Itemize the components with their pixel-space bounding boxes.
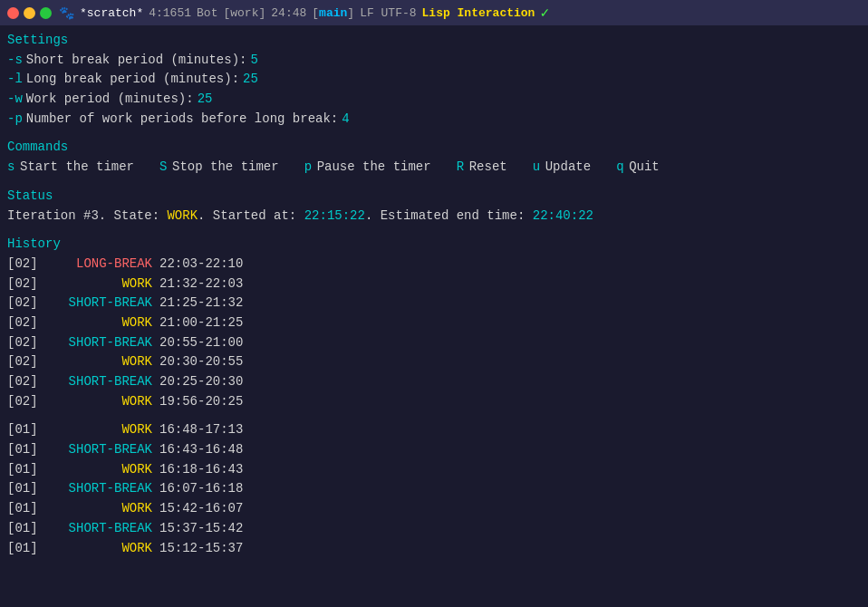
- table-row: [02]WORK21:32-22:03: [7, 275, 861, 294]
- table-row: [01]WORK16:48-17:13: [7, 420, 861, 440]
- minimize-button[interactable]: [24, 7, 35, 19]
- hist-index: [02]: [7, 372, 43, 392]
- title-mode: Bot: [197, 6, 217, 20]
- table-row: [02]WORK19:56-20:25: [7, 392, 861, 412]
- hist-time: 21:32-22:03: [159, 275, 243, 294]
- main-content: Settings -s Short break period (minutes)…: [0, 25, 868, 564]
- cmd-label-quit: Quit: [629, 158, 660, 178]
- hist-time: 20:30-20:55: [159, 352, 243, 372]
- title-branch-bracket: [main]: [312, 6, 354, 20]
- hist-index: [02]: [7, 392, 43, 412]
- table-row: [01]SHORT-BREAK16:43-16:48: [7, 440, 861, 460]
- hist-time: 21:00-21:25: [159, 313, 243, 333]
- table-row: [02]LONG-BREAK22:03-22:10: [7, 255, 861, 275]
- hist-type: WORK: [43, 499, 152, 519]
- hist-type: WORK: [43, 313, 152, 333]
- status-state: WORK: [167, 208, 198, 223]
- hist-time: 15:37-15:42: [159, 519, 243, 539]
- hist-type: WORK: [43, 460, 152, 480]
- hist-type: SHORT-BREAK: [43, 519, 152, 539]
- hist-time: 20:25-20:30: [159, 372, 243, 392]
- lisp-icon: 🐾: [59, 5, 74, 21]
- status-end-label: . Estimated end time:: [365, 208, 533, 223]
- hist-type: WORK: [43, 352, 152, 372]
- cmd-key-s[interactable]: s: [7, 158, 20, 178]
- table-row: [02]WORK20:30-20:55: [7, 352, 861, 372]
- history-group-01: [01]WORK16:48-17:13[01]SHORT-BREAK16:43-…: [7, 420, 861, 558]
- cmd-label-start: Start the timer: [20, 158, 134, 178]
- short-break-desc: Short break period (minutes):: [26, 51, 247, 71]
- status-end-time: 22:40:22: [533, 208, 593, 223]
- cmd-key-p[interactable]: p: [304, 158, 317, 178]
- table-row: [01]WORK15:12-15:37: [7, 539, 861, 559]
- hist-type: SHORT-BREAK: [43, 294, 152, 313]
- status-started: 22:15:22: [304, 208, 365, 223]
- table-row: [02]SHORT-BREAK20:25-20:30: [7, 372, 861, 392]
- hist-index: [02]: [7, 352, 43, 372]
- table-row: [02]WORK21:00-21:25: [7, 313, 861, 333]
- hist-type: SHORT-BREAK: [43, 333, 152, 353]
- cmd-key-u[interactable]: u: [533, 158, 545, 178]
- hist-type: SHORT-BREAK: [43, 372, 152, 392]
- hist-type: SHORT-BREAK: [43, 479, 152, 499]
- hist-index: [02]: [7, 275, 43, 294]
- close-button[interactable]: [7, 7, 19, 19]
- hist-time: 16:43-16:48: [159, 440, 243, 460]
- hist-type: WORK: [43, 275, 152, 294]
- title-time: 24:48: [271, 6, 306, 20]
- status-line: Iteration #3. State: WORK. Started at: 2…: [7, 207, 861, 226]
- title-major-mode: Lisp Interaction: [422, 6, 535, 20]
- work-period-value: 25: [198, 90, 213, 110]
- title-branch: main: [319, 6, 347, 20]
- check-icon: ✓: [540, 4, 549, 22]
- title-modified: *scratch*: [80, 6, 143, 20]
- status-prefix: Iteration #3. State:: [7, 208, 167, 223]
- status-label: Status: [7, 187, 861, 207]
- flag-s: -s: [7, 51, 23, 71]
- hist-type: WORK: [43, 420, 152, 440]
- hist-time: 21:25-21:32: [159, 294, 243, 313]
- hist-time: 15:12-15:37: [159, 539, 243, 559]
- setting-long-break: -l Long break period (minutes): 25: [7, 70, 861, 90]
- flag-w: -w: [7, 90, 23, 110]
- table-row: [01]SHORT-BREAK15:37-15:42: [7, 519, 861, 539]
- hist-index: [01]: [7, 539, 43, 559]
- hist-type: WORK: [43, 392, 152, 412]
- hist-index: [01]: [7, 519, 43, 539]
- hist-index: [01]: [7, 460, 43, 480]
- hist-index: [01]: [7, 479, 43, 499]
- cmd-key-q[interactable]: q: [616, 158, 629, 178]
- cmd-label-reset: Reset: [469, 158, 507, 178]
- hist-time: 19:56-20:25: [159, 392, 243, 412]
- table-row: [01]WORK16:18-16:43: [7, 460, 861, 480]
- long-break-value: 25: [243, 70, 258, 90]
- flag-p: -p: [7, 110, 23, 130]
- title-workspace: work: [230, 6, 258, 20]
- title-bar: 🐾 *scratch* 4:1651 Bot [work] 24:48 [mai…: [0, 0, 868, 25]
- history-group-02: [02]LONG-BREAK22:03-22:10[02]WORK21:32-2…: [7, 255, 861, 412]
- cmd-key-R[interactable]: R: [457, 158, 469, 178]
- hist-time: 16:18-16:43: [159, 460, 243, 480]
- hist-index: [01]: [7, 499, 43, 519]
- cmd-key-S[interactable]: S: [159, 158, 172, 178]
- short-break-value: 5: [250, 51, 257, 71]
- settings-label: Settings: [7, 31, 861, 51]
- work-period-desc: Work period (minutes):: [26, 90, 194, 110]
- hist-index: [01]: [7, 440, 43, 460]
- cmd-label-pause: Pause the timer: [317, 158, 431, 178]
- hist-type: LONG-BREAK: [43, 255, 152, 275]
- flag-l: -l: [7, 70, 23, 90]
- title-workspace-bracket: [work]: [223, 6, 265, 20]
- hist-type: WORK: [43, 539, 152, 559]
- title-encoding: LF UTF-8: [360, 6, 416, 20]
- hist-index: [02]: [7, 313, 43, 333]
- table-row: [02]SHORT-BREAK20:55-21:00: [7, 333, 861, 353]
- num-periods-value: 4: [342, 110, 349, 130]
- hist-time: 16:07-16:18: [159, 479, 243, 499]
- hist-time: 15:42-16:07: [159, 499, 243, 519]
- commands-line: s Start the timer S Stop the timer p Pau…: [7, 158, 861, 178]
- hist-time: 16:48-17:13: [159, 420, 243, 440]
- maximize-button[interactable]: [40, 7, 52, 19]
- table-row: [01]SHORT-BREAK16:07-16:18: [7, 479, 861, 499]
- hist-index: [01]: [7, 420, 43, 440]
